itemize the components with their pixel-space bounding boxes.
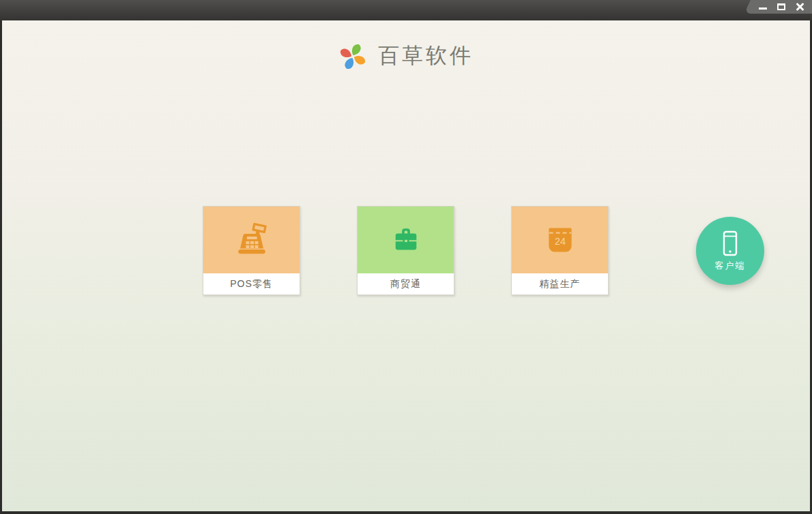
header: 百草软件 xyxy=(2,35,810,76)
card-label: 商贸通 xyxy=(358,273,454,294)
calendar-icon: 24 xyxy=(542,222,579,258)
card-lean-production[interactable]: 24 精益生产 xyxy=(511,206,609,295)
minimize-button[interactable] xyxy=(757,1,768,12)
cash-register-icon xyxy=(233,222,270,258)
card-label: 精益生产 xyxy=(512,273,608,294)
card-trade[interactable]: 商贸通 xyxy=(357,206,454,295)
client-button-label: 客户端 xyxy=(715,260,746,272)
titlebar xyxy=(0,0,812,20)
maximize-icon xyxy=(777,3,785,10)
client-button[interactable]: 客户端 xyxy=(696,217,764,285)
calendar-day: 24 xyxy=(554,236,565,247)
briefcase-icon xyxy=(388,222,424,258)
window-controls xyxy=(755,0,812,14)
card-tile xyxy=(358,207,454,273)
maximize-button[interactable] xyxy=(776,1,787,12)
main-content: 百草软件 xyxy=(2,20,810,511)
close-icon xyxy=(796,3,804,11)
card-tile: 24 xyxy=(512,207,608,273)
card-pos-retail[interactable]: POS零售 xyxy=(203,206,300,295)
pinwheel-logo-icon xyxy=(338,41,367,71)
card-tile xyxy=(203,207,300,273)
product-cards: POS零售 商贸通 xyxy=(203,206,609,295)
app-window: 百草软件 xyxy=(0,0,812,514)
minimize-icon xyxy=(759,7,767,10)
app-title: 百草软件 xyxy=(378,42,474,70)
card-label: POS零售 xyxy=(203,273,300,294)
close-button[interactable] xyxy=(794,1,805,12)
smartphone-icon xyxy=(715,230,745,258)
